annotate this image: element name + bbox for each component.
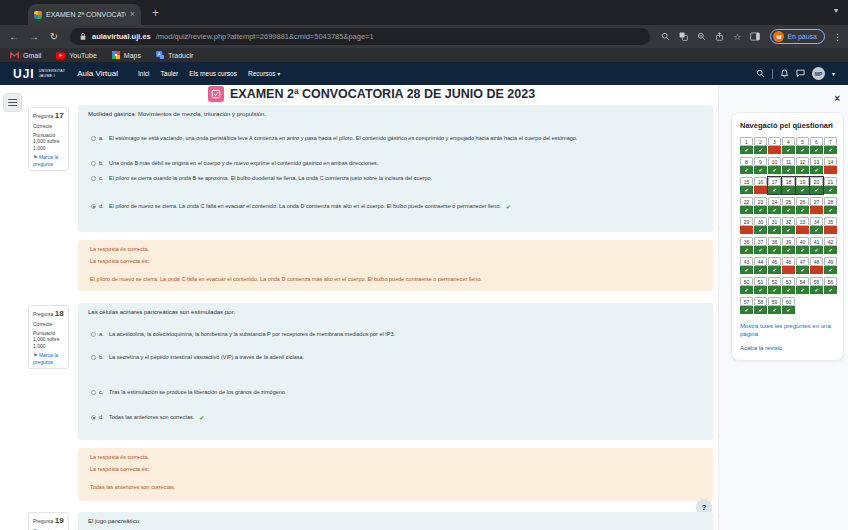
quiz-nav-cell[interactable]: 42✔ [824, 237, 837, 254]
quiz-nav-cell[interactable]: 41✔ [810, 237, 823, 254]
radio-unchecked-icon[interactable] [91, 390, 96, 395]
quiz-nav-cell[interactable]: 5✔ [796, 137, 809, 154]
quiz-nav-cell[interactable]: 50✔ [740, 277, 753, 294]
quiz-nav-cell[interactable]: 38✔ [768, 237, 781, 254]
quiz-nav-cell[interactable]: 1✔ [740, 137, 753, 154]
quiz-nav-cell[interactable]: 44✔ [754, 257, 767, 274]
messages-icon[interactable] [796, 69, 805, 78]
quiz-nav-cell[interactable]: 3 [768, 137, 781, 154]
bookmark-star-icon[interactable]: ☆ [730, 32, 744, 42]
q18-option-b[interactable]: b. La secretina y el péptido intestinal … [91, 354, 703, 360]
show-all-questions-link[interactable]: Mostra totes les preguntes en una pàgina [740, 322, 835, 338]
quiz-nav-cell[interactable]: 52✔ [768, 277, 781, 294]
quiz-nav-cell[interactable]: 14 [824, 157, 837, 174]
quiz-nav-cell[interactable]: 29 [740, 217, 753, 234]
radio-unchecked-icon[interactable] [91, 332, 96, 337]
q17-option-a[interactable]: a. El estómago se está vaciando, una ond… [91, 135, 703, 141]
quiz-nav-cell[interactable]: 30✔ [754, 217, 767, 234]
quiz-nav-cell[interactable]: 39✔ [782, 237, 795, 254]
quiz-nav-cell[interactable]: 23✔ [754, 197, 767, 214]
quiz-nav-cell[interactable]: 18✔ [782, 177, 795, 194]
bookmark-gmail[interactable]: Gmail [10, 52, 41, 59]
quiz-nav-cell[interactable]: 7✔ [824, 137, 837, 154]
new-tab-button[interactable]: + [152, 6, 159, 20]
browser-tab[interactable]: EXAMEN 2ª CONVOCATORIA 2 × [28, 4, 141, 25]
quiz-nav-cell[interactable]: 54✔ [796, 277, 809, 294]
quiz-nav-cell[interactable]: 55✔ [810, 277, 823, 294]
browser-menu-icon[interactable]: ⋮ [833, 32, 842, 42]
finish-review-link[interactable]: Acaba la revisió [740, 344, 835, 352]
quiz-nav-cell[interactable]: 27 [810, 197, 823, 214]
bookmark-traducir[interactable]: A Traducir [156, 51, 193, 59]
user-menu-chevron-icon[interactable]: ▾ [832, 70, 835, 77]
close-drawer-icon[interactable]: × [834, 94, 840, 104]
tab-close-icon[interactable]: × [130, 10, 135, 19]
quiz-nav-cell[interactable]: 57✔ [740, 297, 753, 314]
nav-item-inici[interactable]: Inici [138, 70, 150, 77]
uji-logo[interactable]: UJI [13, 67, 35, 81]
quiz-nav-cell[interactable]: 19✔ [796, 177, 809, 194]
search-icon[interactable] [658, 32, 672, 41]
quiz-nav-cell[interactable]: 15✔ [740, 177, 753, 194]
quiz-nav-cell[interactable]: 16 [754, 177, 767, 194]
quiz-nav-cell[interactable]: 46 [782, 257, 795, 274]
quiz-nav-cell[interactable]: 8✔ [740, 157, 753, 174]
q17-option-b[interactable]: b. Una onda B más débil se origina en el… [91, 160, 703, 166]
quiz-nav-cell[interactable]: 32✔ [782, 217, 795, 234]
quiz-nav-cell[interactable]: 49✔ [824, 257, 837, 274]
quiz-nav-cell[interactable]: 40✔ [796, 237, 809, 254]
quiz-nav-cell[interactable]: 31✔ [768, 217, 781, 234]
quiz-nav-cell[interactable]: 26✔ [796, 197, 809, 214]
quiz-nav-cell[interactable]: 37✔ [754, 237, 767, 254]
q17-option-c[interactable]: c. El píloro se cierra cuando la onda B … [91, 175, 703, 181]
quiz-nav-cell[interactable]: 43✔ [740, 257, 753, 274]
quiz-nav-cell[interactable]: 11✔ [782, 157, 795, 174]
quiz-nav-cell[interactable]: 60✔ [782, 297, 795, 314]
quiz-nav-cell[interactable]: 12✔ [796, 157, 809, 174]
quiz-nav-cell[interactable]: 4✔ [782, 137, 795, 154]
q17-option-d[interactable]: d. El píloro de nuevo se cierra. La onda… [91, 203, 703, 210]
quiz-nav-cell[interactable]: 35 [824, 217, 837, 234]
nav-item-cursos[interactable]: Els meus cursos [189, 70, 237, 77]
quiz-nav-cell[interactable]: 17✔ [768, 177, 781, 194]
radio-checked-icon[interactable] [91, 415, 96, 420]
site-brand[interactable]: Aula Virtual [77, 69, 118, 78]
tab-search-chevron-icon[interactable]: ▾ [834, 6, 838, 15]
share-icon[interactable] [712, 32, 726, 41]
quiz-nav-cell[interactable]: 13✔ [810, 157, 823, 174]
quiz-nav-cell[interactable]: 24✔ [768, 197, 781, 214]
quiz-nav-cell[interactable]: 59✔ [768, 297, 781, 314]
quiz-nav-cell[interactable]: 58✔ [754, 297, 767, 314]
radio-unchecked-icon[interactable] [91, 355, 96, 360]
quiz-nav-cell[interactable]: 28✔ [824, 197, 837, 214]
quiz-nav-cell[interactable]: 45✔ [768, 257, 781, 274]
translate-page-icon[interactable] [676, 32, 690, 41]
browser-profile-button[interactable]: M En pausa [770, 29, 825, 44]
bookmark-youtube[interactable]: YouTube [56, 52, 97, 59]
notifications-bell-icon[interactable] [780, 69, 789, 78]
quiz-nav-cell[interactable]: 33 [796, 217, 809, 234]
address-bar[interactable]: aulavirtual.uji.es/mod/quiz/review.php?a… [70, 28, 650, 45]
zoom-out-icon[interactable] [694, 32, 708, 41]
quiz-nav-cell[interactable]: 53✔ [782, 277, 795, 294]
open-index-drawer-button[interactable] [3, 93, 22, 112]
quiz-nav-cell[interactable]: 6✔ [810, 137, 823, 154]
quiz-nav-cell[interactable]: 2✔ [754, 137, 767, 154]
quiz-nav-cell[interactable]: 20✔ [810, 177, 823, 194]
radio-checked-icon[interactable] [91, 204, 96, 209]
nav-item-recursos[interactable]: Recursos ▾ [248, 70, 280, 77]
q18-option-d[interactable]: d. Todas las anteriores son correctas. ✔ [91, 414, 703, 421]
radio-unchecked-icon[interactable] [91, 161, 96, 166]
quiz-nav-cell[interactable]: 36✔ [740, 237, 753, 254]
forward-button[interactable]: → [26, 31, 42, 42]
quiz-nav-cell[interactable]: 9✔ [754, 157, 767, 174]
site-search-icon[interactable] [756, 69, 765, 78]
quiz-nav-cell[interactable]: 51✔ [754, 277, 767, 294]
flag-question-link[interactable]: ⚑ Marca la pregunta [33, 154, 64, 167]
quiz-nav-cell[interactable]: 21✔ [824, 177, 837, 194]
bookmark-maps[interactable]: Maps [112, 51, 141, 59]
quiz-nav-cell[interactable]: 25✔ [782, 197, 795, 214]
quiz-nav-cell[interactable]: 48 [810, 257, 823, 274]
back-button[interactable]: ← [6, 31, 22, 42]
q18-option-a[interactable]: a. La acetilcolina, la colecistoquinina,… [91, 331, 703, 337]
